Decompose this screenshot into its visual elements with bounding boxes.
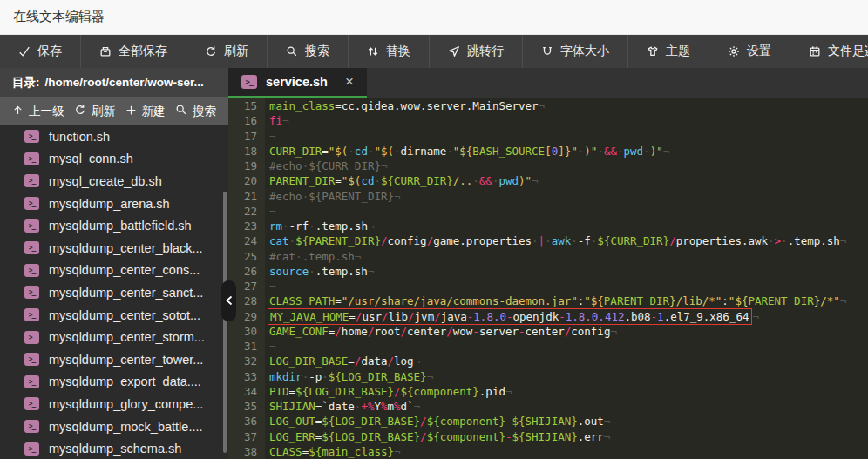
toolbar-font-size-button[interactable]: 字体大小 — [523, 35, 628, 68]
code-line: 23rm·-rf·.temp.sh¬ — [228, 219, 868, 233]
tab-title: service.sh — [266, 75, 328, 89]
close-icon[interactable]: × — [345, 73, 354, 91]
line-number: 38 — [228, 444, 265, 459]
toolbar-theme-button[interactable]: 主题 — [628, 35, 709, 68]
code-line-text[interactable]: LOG_ERR=${LOG_DIR_BASE}/${component}-${S… — [265, 429, 610, 444]
file-name: mysqldump_battlefield.sh — [49, 219, 192, 233]
toolbar-search-button[interactable]: 搜索 — [268, 35, 349, 68]
code-line: 15main_class=cc.qidea.wow.server.MainSer… — [228, 98, 868, 113]
file-name: function.sh — [49, 130, 110, 144]
file-name: mysqldump_center_sotot... — [49, 308, 200, 322]
app-titlebar: 在线文本编辑器 — [0, 0, 868, 35]
directory-path: /home/root/center/wow-ser... — [45, 76, 204, 89]
toolbar-replace-button[interactable]: 替换 — [349, 35, 430, 68]
terminal-file-icon: >_ — [24, 219, 39, 233]
terminal-file-icon: >_ — [24, 353, 39, 366]
sidebar-scrollbar[interactable] — [223, 192, 227, 453]
sidebar-refresh-button[interactable]: 刷新 — [74, 104, 115, 119]
code-line: 32LOG_DIR_BASE=/data/log¬ — [228, 354, 868, 368]
tab-service-sh[interactable]: >_ service.sh × — [228, 68, 367, 98]
code-line-text[interactable]: LOG_OUT=${LOG_DIR_BASE}/${component}-${S… — [265, 414, 610, 429]
code-line-text[interactable]: #echo·${CURR_DIR}¬ — [265, 159, 388, 173]
code-line: 35SHIJIAN=`date·+%Y%m%d`¬ — [228, 399, 868, 414]
code-line: 22¬ — [228, 204, 868, 219]
code-line-text[interactable]: LOG_DIR_BASE=/data/log¬ — [265, 354, 420, 368]
code-line: 25#cat·.temp.sh¬ — [228, 249, 868, 264]
toolbar-button-label: 文件足迹 — [828, 44, 868, 59]
toolbar-button-label: 设置 — [747, 44, 771, 59]
chevron-left-icon — [225, 294, 234, 309]
terminal-file-icon: >_ — [241, 75, 257, 89]
sidebar-search-button[interactable]: 搜索 — [175, 104, 216, 119]
code-line: 37LOG_ERR=${LOG_DIR_BASE}/${component}-$… — [228, 429, 868, 444]
file-list: >_function.sh>_mysql_conn.sh>_mysql_crea… — [0, 125, 228, 459]
file-name: mysqldump_arena.sh — [49, 197, 170, 211]
toolbar-file-footprint-button[interactable]: 文件足迹 — [790, 35, 868, 68]
terminal-file-icon: >_ — [24, 241, 39, 254]
code-line-text[interactable]: ¬ — [265, 204, 276, 219]
sidebar-collapse-handle[interactable] — [221, 280, 236, 321]
code-line-text[interactable]: MY_JAVA_HOME=/usr/lib/jvm/java-1.8.0-ope… — [265, 309, 759, 324]
sidebar-action-label: 搜索 — [193, 104, 216, 119]
code-line-text[interactable]: ¬ — [265, 339, 276, 354]
sidebar-action-label: 新建 — [142, 104, 166, 119]
file-item[interactable]: >_function.sh — [0, 125, 228, 148]
file-name: mysqldump_mock_battle.... — [49, 420, 203, 434]
file-item[interactable]: >_mysqldump_center_storm... — [0, 326, 228, 348]
terminal-file-icon: >_ — [24, 130, 39, 143]
code-line-text[interactable]: #cat·.temp.sh¬ — [265, 249, 361, 264]
file-item[interactable]: >_mysqldump_arena.sh — [0, 192, 228, 215]
file-item[interactable]: >_mysqldump_glory_compe... — [0, 393, 228, 415]
sidebar-up-level-button[interactable]: 上一级 — [12, 104, 64, 119]
code-line-text[interactable]: CURR_DIR="$(·cd·"$(·dirname·"${BASH_SOUR… — [265, 144, 669, 159]
code-line-text[interactable]: CLASS=${main_class}¬ — [265, 444, 401, 459]
file-item[interactable]: >_mysqldump_schema.sh — [0, 437, 228, 459]
file-item[interactable]: >_mysqldump_center_cons... — [0, 260, 228, 282]
code-line: 34PID=${LOG_DIR_BASE}/${component}.pid¬ — [228, 384, 868, 399]
code-line: 28CLASS_PATH="/usr/share/java/commons-da… — [228, 294, 868, 308]
toolbar-settings-button[interactable]: 设置 — [709, 35, 790, 68]
code-line-text[interactable]: cat·${PARENT_DIR}/config/game.properties… — [265, 233, 846, 248]
file-item[interactable]: >_mysqldump_mock_battle.... — [0, 415, 228, 438]
file-item[interactable]: >_mysql_create_db.sh — [0, 170, 228, 192]
line-number: 15 — [228, 98, 265, 113]
line-number: 19 — [228, 159, 265, 173]
file-item[interactable]: >_mysqldump_battlefield.sh — [0, 214, 228, 237]
code-line-text[interactable]: main_class=cc.qidea.wow.server.MainServe… — [265, 98, 545, 113]
code-line-text[interactable]: PID=${LOG_DIR_BASE}/${component}.pid¬ — [265, 384, 512, 399]
code-line-text[interactable]: GAME_CONF=/home/root/center/wow-server-c… — [265, 324, 617, 339]
file-item[interactable]: >_mysqldump_center_tower... — [0, 348, 228, 371]
toolbar-save-all-button[interactable]: 全部保存 — [81, 35, 186, 68]
line-number: 18 — [228, 144, 265, 159]
sidebar-new-button[interactable]: 新建 — [125, 104, 166, 119]
code-editor[interactable]: 15main_class=cc.qidea.wow.server.MainSer… — [228, 98, 868, 459]
toolbar-button-label: 替换 — [386, 44, 410, 59]
code-line: 16fi¬ — [228, 113, 868, 128]
file-item[interactable]: >_mysqldump_export_data.... — [0, 371, 228, 394]
code-line-text[interactable]: #echo·${PARENT_DIR}¬ — [265, 189, 401, 204]
code-line-text[interactable]: CLASS_PATH="/usr/share/java/commons-daem… — [265, 294, 846, 308]
toolbar-button-label: 字体大小 — [560, 44, 609, 59]
code-line-text[interactable]: SHIJIAN=`date·+%Y%m%d`¬ — [265, 399, 420, 414]
toolbar-save-button[interactable]: 保存 — [0, 35, 81, 68]
file-item[interactable]: >_mysqldump_center_sotot... — [0, 304, 228, 327]
line-number: 23 — [228, 219, 265, 233]
toolbar-button-label: 刷新 — [224, 44, 248, 59]
code-line-text[interactable]: ¬ — [265, 279, 276, 294]
file-item[interactable]: >_mysqldump_center_sanct... — [0, 281, 228, 304]
code-line: 21#echo·${PARENT_DIR}¬ — [228, 189, 868, 204]
toolbar-refresh-button[interactable]: 刷新 — [186, 35, 268, 68]
code-line-text[interactable]: source·.temp.sh¬ — [265, 264, 374, 279]
code-line-text[interactable]: rm·-rf·.temp.sh¬ — [265, 219, 374, 233]
toolbar-goto-line-button[interactable]: 跳转行 — [430, 35, 523, 68]
file-name: mysql_conn.sh — [49, 152, 133, 165]
file-item[interactable]: >_mysql_conn.sh — [0, 148, 228, 171]
code-line-text[interactable]: ¬ — [265, 129, 276, 144]
code-line-text[interactable]: mkdir·-p·${LOG_DIR_BASE}¬ — [265, 369, 433, 384]
directory-label: 目录: — [12, 75, 40, 91]
file-item[interactable]: >_mysqldump_center_black... — [0, 237, 228, 260]
code-line-text[interactable]: fi¬ — [265, 113, 289, 128]
code-line-text[interactable]: PARENT_DIR="$(cd·${CURR_DIR}/..·&&·pwd)"… — [265, 173, 539, 188]
code-line: 30GAME_CONF=/home/root/center/wow-server… — [228, 324, 868, 339]
sidebar-action-label: 刷新 — [92, 104, 115, 119]
